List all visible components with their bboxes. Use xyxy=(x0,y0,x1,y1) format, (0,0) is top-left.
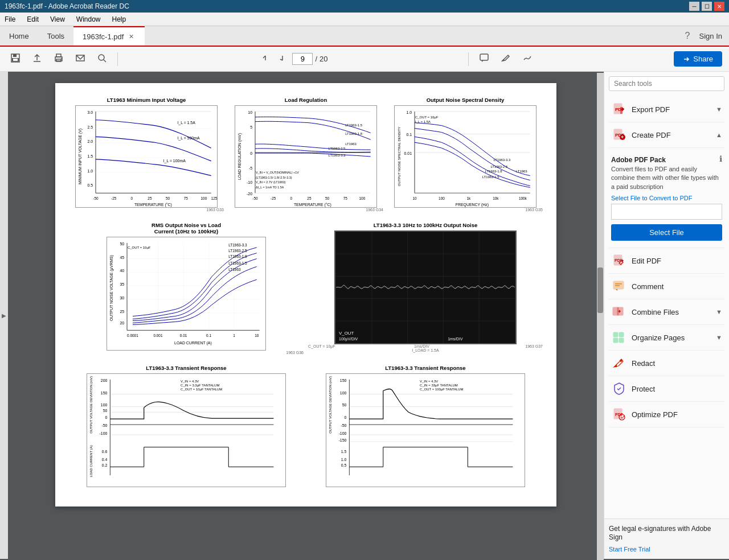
svg-text:-5: -5 xyxy=(249,166,252,170)
toolbar: / 20 Share xyxy=(0,47,729,72)
upload-button[interactable] xyxy=(28,51,46,68)
sign-button[interactable] xyxy=(519,51,536,68)
toolbar-separator-2 xyxy=(468,52,469,66)
svg-text:TEMPERATURE (°C): TEMPERATURE (°C) xyxy=(294,203,331,207)
chart2-box: 10 5 0 -5 -10 -20 -50 -25 0 25 50 75 xyxy=(235,105,377,208)
toolbar-separator-1 xyxy=(117,52,118,66)
minimize-button[interactable]: ─ xyxy=(689,2,699,11)
email-button[interactable] xyxy=(72,51,89,68)
create-pdf-item[interactable]: PDF + Create PDF ▲ xyxy=(609,122,724,148)
svg-text:45: 45 xyxy=(120,256,124,260)
maximize-button[interactable]: ☐ xyxy=(702,2,712,11)
tab-home[interactable]: Home xyxy=(0,26,38,46)
svg-text:100: 100 xyxy=(201,196,207,200)
svg-text:150: 150 xyxy=(101,391,108,395)
next-page-button[interactable] xyxy=(275,52,290,67)
left-panel-toggle[interactable]: ▶ xyxy=(0,72,8,559)
protect-label: Protect xyxy=(632,385,722,393)
svg-text:LT1963-3.3: LT1963-3.3 xyxy=(228,243,247,247)
svg-text:0: 0 xyxy=(105,415,108,419)
edit-pdf-icon: PDF xyxy=(611,253,627,269)
menu-window[interactable]: Window xyxy=(74,14,103,24)
chart-load-regulation: Load Regulation 10 5 0 -5 -10 -2 xyxy=(226,94,386,214)
menu-help[interactable]: Help xyxy=(110,14,129,24)
export-pdf-icon: PDF xyxy=(611,101,627,117)
svg-text:100k: 100k xyxy=(519,196,527,200)
menu-view[interactable]: View xyxy=(48,14,67,24)
svg-rect-11 xyxy=(480,54,488,60)
start-free-trial-link[interactable]: Start Free Trial xyxy=(609,546,650,553)
svg-text:10: 10 xyxy=(412,196,417,200)
pdf-viewer[interactable]: LT1963 Minimum Input Voltage 3.0 2.5 2.0… xyxy=(8,72,604,559)
comment-button[interactable] xyxy=(476,51,493,68)
svg-text:1.5: 1.5 xyxy=(341,450,347,454)
tab-tools[interactable]: Tools xyxy=(38,26,73,46)
svg-text:LT1963-1.8: LT1963-1.8 xyxy=(345,132,363,135)
total-pages: 20 xyxy=(320,55,327,63)
select-file-button[interactable]: Select File xyxy=(611,224,722,241)
chart2-ref: 1963 G34 xyxy=(228,208,383,212)
share-button[interactable]: Share xyxy=(674,51,722,67)
save-button[interactable] xyxy=(7,51,24,68)
redact-icon xyxy=(611,355,627,371)
combine-files-item[interactable]: Combine Files ▼ xyxy=(609,299,724,325)
close-button[interactable]: ✕ xyxy=(714,2,724,11)
page-number-input[interactable] xyxy=(292,53,313,65)
svg-text:I_L = 500mA: I_L = 500mA xyxy=(177,136,199,141)
chart2-svg: 10 5 0 -5 -10 -20 -50 -25 0 25 50 75 xyxy=(235,106,376,207)
edit-pdf-item[interactable]: PDF Edit PDF xyxy=(609,248,724,274)
draw-button[interactable] xyxy=(497,51,514,68)
optimize-pdf-item[interactable]: PDF Optimize PDF xyxy=(609,402,724,427)
svg-text:TEMPERATURE (°C): TEMPERATURE (°C) xyxy=(134,203,172,207)
svg-text:1.0: 1.0 xyxy=(406,110,412,114)
sign-in-button[interactable]: Sign In xyxy=(699,32,722,40)
search-tools-input[interactable] xyxy=(609,76,724,91)
organize-pages-item[interactable]: Organize Pages ▼ xyxy=(609,325,724,351)
print-button[interactable] xyxy=(50,51,67,68)
search-icon xyxy=(97,53,107,63)
svg-text:0.2: 0.2 xyxy=(102,463,108,467)
svg-text:LT1963-1.5: LT1963-1.5 xyxy=(345,123,363,127)
menu-edit[interactable]: Edit xyxy=(24,14,41,24)
adobe-pack-info-icon[interactable]: ℹ xyxy=(719,154,722,163)
tab-close-button[interactable]: ✕ xyxy=(127,32,136,41)
prev-page-icon xyxy=(261,54,269,62)
help-icon[interactable]: ? xyxy=(685,31,690,41)
svg-text:0: 0 xyxy=(130,196,133,200)
protect-item[interactable]: Protect xyxy=(609,376,724,402)
svg-text:5: 5 xyxy=(250,125,252,129)
select-file-text-input[interactable] xyxy=(611,204,722,220)
select-file-link[interactable]: Select File to Convert to PDF xyxy=(611,195,722,201)
redact-item[interactable]: Redact xyxy=(609,351,724,376)
svg-text:125: 125 xyxy=(211,196,217,200)
tab-pdf[interactable]: 1963fc-1.pdf ✕ xyxy=(73,26,145,46)
chart-rms-noise: RMS Output Noise vs LoadCurrent (10Hz to… xyxy=(67,220,306,357)
adobe-pack-desc: Convert files to PDF and easily combine … xyxy=(611,165,722,191)
chart5-refs: C_OUT = 10μF 1ms/DIV 1963 G37 xyxy=(308,344,543,348)
svg-point-9 xyxy=(99,55,104,60)
chart-noise-density: Output Noise Spectral Density 1.0 xyxy=(386,94,545,214)
svg-text:-50: -50 xyxy=(101,423,107,427)
svg-text:-50: -50 xyxy=(252,196,258,200)
menu-file[interactable]: File xyxy=(2,14,18,24)
svg-text:25: 25 xyxy=(148,196,152,200)
organize-pages-label: Organize Pages xyxy=(632,333,711,342)
svg-rect-6 xyxy=(56,59,61,61)
svg-rect-3 xyxy=(13,59,18,61)
svg-text:-100: -100 xyxy=(100,431,108,435)
svg-text:LT1963-2.5: LT1963-2.5 xyxy=(491,165,509,168)
svg-text:0: 0 xyxy=(345,415,347,419)
svg-text:0.5: 0.5 xyxy=(87,183,93,187)
svg-text:0.01: 0.01 xyxy=(404,151,412,155)
svg-text:V_IN = V_OUT(NOMINAL) +1V: V_IN = V_OUT(NOMINAL) +1V xyxy=(256,171,299,174)
chart5-box: V_OUT 100μV/DIV 1ms/DIV xyxy=(334,230,517,344)
draw-icon xyxy=(501,53,511,63)
svg-text:LT1963-1.8: LT1963-1.8 xyxy=(228,254,247,258)
prev-page-button[interactable] xyxy=(258,52,273,67)
svg-text:40: 40 xyxy=(120,269,124,273)
comment-item[interactable]: Comment xyxy=(609,274,724,299)
svg-text:OUTPUT VOLTAGE DEVIATION (mV): OUTPUT VOLTAGE DEVIATION (mV) xyxy=(89,376,93,434)
svg-text:-25: -25 xyxy=(111,196,117,200)
search-button[interactable] xyxy=(93,51,110,68)
export-pdf-item[interactable]: PDF Export PDF ▼ xyxy=(609,97,724,122)
